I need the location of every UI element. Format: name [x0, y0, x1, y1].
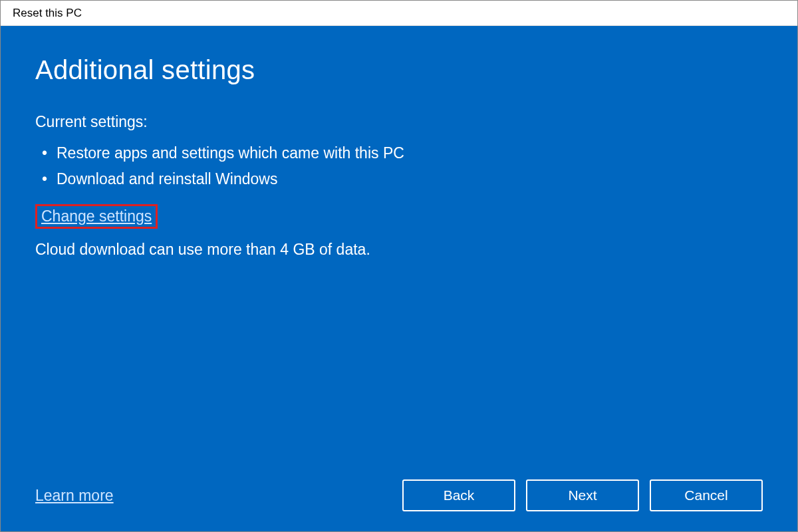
settings-list: Restore apps and settings which came wit… — [39, 140, 763, 192]
dialog-window: Reset this PC Additional settings Curren… — [0, 0, 798, 532]
window-title: Reset this PC — [13, 7, 82, 20]
content-area: Additional settings Current settings: Re… — [1, 26, 797, 531]
cloud-download-note: Cloud download can use more than 4 GB of… — [35, 241, 763, 259]
cancel-button[interactable]: Cancel — [650, 479, 763, 511]
change-settings-link[interactable]: Change settings — [41, 207, 152, 225]
list-item: Restore apps and settings which came wit… — [39, 140, 763, 166]
footer: Learn more Back Next Cancel — [35, 466, 763, 515]
button-row: Back Next Cancel — [402, 479, 763, 511]
titlebar: Reset this PC — [1, 1, 797, 26]
learn-more-link[interactable]: Learn more — [35, 487, 114, 505]
list-item: Download and reinstall Windows — [39, 166, 763, 192]
current-settings-label: Current settings: — [35, 113, 763, 131]
next-button[interactable]: Next — [526, 479, 639, 511]
annotation-highlight: Change settings — [35, 204, 158, 229]
page-title: Additional settings — [35, 55, 763, 85]
back-button[interactable]: Back — [402, 479, 515, 511]
